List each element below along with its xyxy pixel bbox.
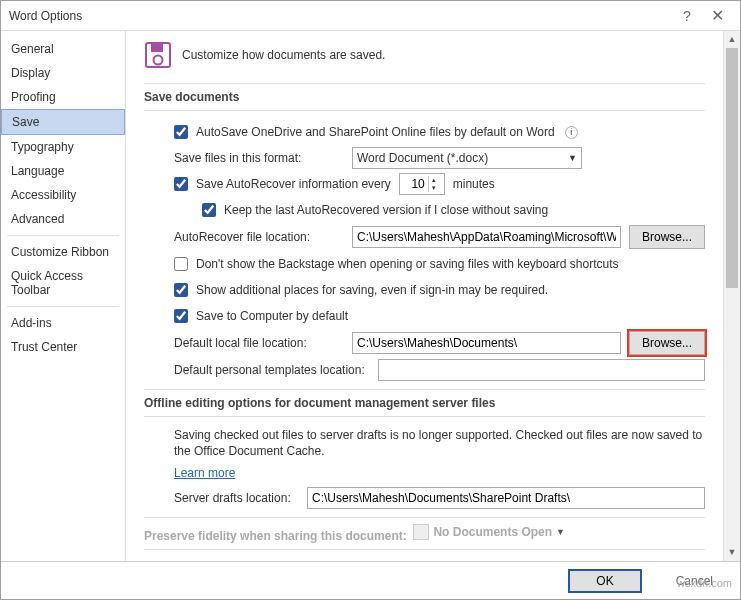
- chevron-down-icon: ▼: [568, 153, 577, 163]
- autorecover-label: Save AutoRecover information every: [196, 177, 391, 191]
- ar-location-input[interactable]: [352, 226, 621, 248]
- drafts-label: Server drafts location:: [174, 491, 299, 505]
- ok-button[interactable]: OK: [568, 569, 642, 593]
- help-icon[interactable]: ?: [672, 8, 702, 24]
- svg-point-2: [154, 56, 163, 65]
- window-title: Word Options: [9, 9, 672, 23]
- sidebar-item-save[interactable]: Save: [1, 109, 125, 135]
- drafts-input[interactable]: [307, 487, 705, 509]
- dialog-footer: OK Cancel: [1, 561, 740, 599]
- default-local-label: Default local file location:: [174, 336, 344, 350]
- sidebar-item-language[interactable]: Language: [1, 159, 125, 183]
- vertical-scrollbar[interactable]: ▲ ▼: [723, 31, 740, 561]
- content-pane: Customize how documents are saved. Save …: [126, 31, 723, 561]
- autosave-checkbox[interactable]: [174, 125, 188, 139]
- section-preserve: Preserve fidelity when sharing this docu…: [144, 517, 705, 550]
- sidebar-item-display[interactable]: Display: [1, 61, 125, 85]
- minutes-unit: minutes: [453, 177, 495, 191]
- sidebar: General Display Proofing Save Typography…: [1, 31, 126, 561]
- learn-more-link[interactable]: Learn more: [174, 466, 235, 480]
- sidebar-item-advanced[interactable]: Advanced: [1, 207, 125, 231]
- format-dropdown[interactable]: Word Document (*.docx) ▼: [352, 147, 582, 169]
- keep-last-checkbox[interactable]: [202, 203, 216, 217]
- default-local-browse-button[interactable]: Browse...: [629, 331, 705, 355]
- templates-label: Default personal templates location:: [174, 363, 370, 377]
- ar-location-label: AutoRecover file location:: [174, 230, 344, 244]
- ar-browse-button[interactable]: Browse...: [629, 225, 705, 249]
- section-offline: Offline editing options for document man…: [144, 389, 705, 417]
- page-subtitle: Customize how documents are saved.: [182, 48, 385, 62]
- show-additional-checkbox[interactable]: [174, 283, 188, 297]
- save-computer-checkbox[interactable]: [174, 309, 188, 323]
- sidebar-separator: [7, 306, 119, 307]
- spinner-up-icon[interactable]: ▲: [431, 176, 437, 184]
- cancel-button[interactable]: Cancel: [652, 569, 726, 593]
- chevron-down-icon: ▼: [556, 527, 565, 537]
- preserve-doc-dropdown[interactable]: No Documents Open ▼: [413, 524, 565, 540]
- sidebar-item-proofing[interactable]: Proofing: [1, 85, 125, 109]
- document-icon: [413, 524, 429, 540]
- dont-backstage-checkbox[interactable]: [174, 257, 188, 271]
- show-additional-label: Show additional places for saving, even …: [196, 283, 548, 297]
- section-save-documents: Save documents: [144, 83, 705, 111]
- save-computer-label: Save to Computer by default: [196, 309, 348, 323]
- keep-last-label: Keep the last AutoRecovered version if I…: [224, 203, 548, 217]
- autorecover-minutes-input[interactable]: [400, 176, 428, 192]
- format-label: Save files in this format:: [174, 151, 344, 165]
- scroll-up-icon[interactable]: ▲: [724, 31, 740, 48]
- autorecover-minutes-spinner[interactable]: ▲▼: [399, 173, 445, 195]
- sidebar-item-typography[interactable]: Typography: [1, 135, 125, 159]
- sidebar-item-customize-ribbon[interactable]: Customize Ribbon: [1, 240, 125, 264]
- info-icon[interactable]: i: [565, 126, 578, 139]
- word-options-window: Word Options ? ✕ General Display Proofin…: [0, 0, 741, 600]
- autorecover-checkbox[interactable]: [174, 177, 188, 191]
- format-value: Word Document (*.docx): [357, 151, 488, 165]
- sidebar-item-accessibility[interactable]: Accessibility: [1, 183, 125, 207]
- autosave-label: AutoSave OneDrive and SharePoint Online …: [196, 125, 555, 139]
- sidebar-item-addins[interactable]: Add-ins: [1, 311, 125, 335]
- default-local-input[interactable]: [352, 332, 621, 354]
- sidebar-separator: [7, 235, 119, 236]
- templates-input[interactable]: [378, 359, 705, 381]
- sidebar-item-qat[interactable]: Quick Access Toolbar: [1, 264, 125, 302]
- dont-backstage-label: Don't show the Backstage when opening or…: [196, 257, 619, 271]
- scroll-thumb[interactable]: [726, 48, 738, 288]
- scroll-down-icon[interactable]: ▼: [724, 544, 740, 561]
- close-icon[interactable]: ✕: [702, 6, 732, 25]
- offline-desc: Saving checked out files to server draft…: [174, 427, 705, 459]
- spinner-down-icon[interactable]: ▼: [431, 184, 437, 192]
- sidebar-item-general[interactable]: General: [1, 37, 125, 61]
- floppy-icon: [144, 41, 172, 69]
- svg-rect-1: [151, 44, 163, 52]
- titlebar: Word Options ? ✕: [1, 1, 740, 31]
- sidebar-item-trust-center[interactable]: Trust Center: [1, 335, 125, 359]
